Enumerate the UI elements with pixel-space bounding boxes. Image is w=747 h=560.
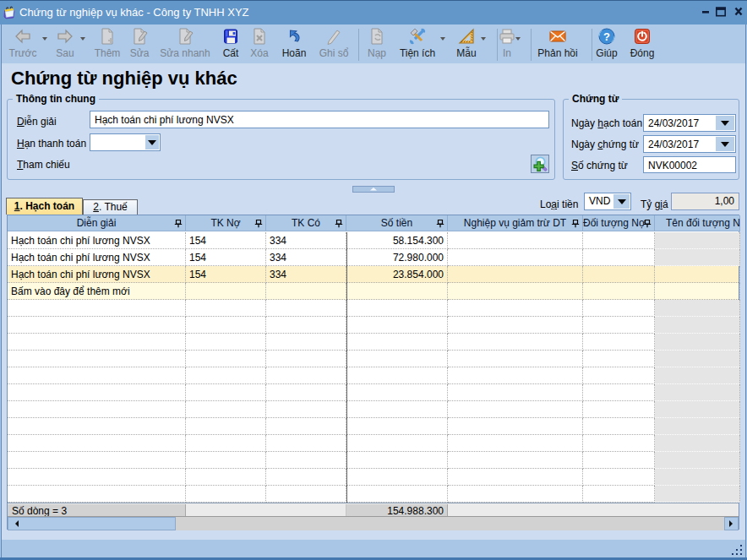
svg-text:?: ? bbox=[603, 30, 610, 43]
